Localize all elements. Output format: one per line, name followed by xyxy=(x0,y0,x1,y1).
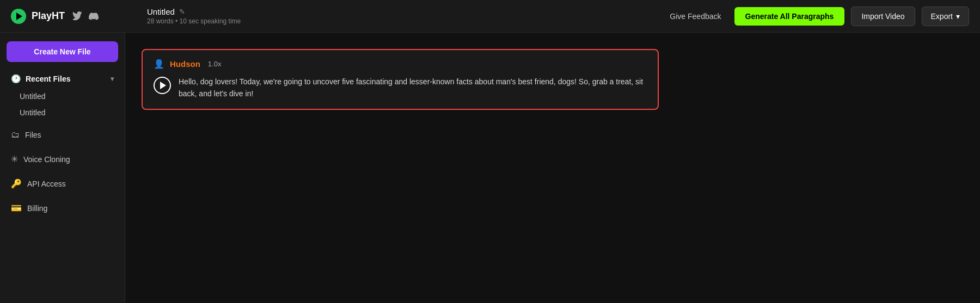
topnav-actions: Give Feedback Generate All Paragraphs Im… xyxy=(663,7,969,26)
clock-icon: 🕐 xyxy=(11,74,21,84)
billing-label: Billing xyxy=(27,204,47,213)
edit-icon[interactable]: ✎ xyxy=(179,8,185,16)
main-layout: Create New File 🕐 Recent Files ▾ Untitle… xyxy=(0,33,980,303)
create-new-file-button[interactable]: Create New File xyxy=(7,41,118,62)
paragraph-card: 👤 Hudson 1.0x Hello, dog lovers! Today, … xyxy=(142,49,659,110)
recent-file-item-2[interactable]: Untitled xyxy=(13,104,118,121)
generate-all-paragraphs-button[interactable]: Generate All Paragraphs xyxy=(734,7,845,26)
folder-icon: 🗂 xyxy=(11,130,20,140)
discord-icon[interactable] xyxy=(89,11,99,21)
recent-file-item-1[interactable]: Untitled xyxy=(13,88,118,104)
give-feedback-button[interactable]: Give Feedback xyxy=(663,8,727,25)
sidebar: Create New File 🕐 Recent Files ▾ Untitle… xyxy=(0,33,125,303)
chevron-down-icon: ▾ xyxy=(956,12,960,21)
paragraph-text: Hello, dog lovers! Today, we're going to… xyxy=(179,76,647,100)
files-label: Files xyxy=(25,131,41,139)
voice-user-icon: 👤 xyxy=(154,59,164,69)
import-video-button[interactable]: Import Video xyxy=(851,7,915,26)
file-title: Untitled xyxy=(147,7,175,16)
playht-logo-icon xyxy=(11,9,26,24)
recent-files-section: 🕐 Recent Files ▾ Untitled Untitled xyxy=(7,70,118,121)
file-info: Untitled ✎ 28 words • 10 sec speaking ti… xyxy=(136,7,663,25)
file-meta: 28 words • 10 sec speaking time xyxy=(147,17,663,25)
sidebar-item-api-access[interactable]: 🔑 API Access xyxy=(7,174,118,194)
speed-badge: 1.0x xyxy=(208,60,222,68)
logo-text: PlayHT xyxy=(32,10,65,22)
recent-files-label: Recent Files xyxy=(26,75,70,83)
logo-area: PlayHT xyxy=(11,9,136,24)
sidebar-item-voice-cloning[interactable]: ✳ Voice Cloning xyxy=(7,149,118,169)
voice-cloning-label: Voice Cloning xyxy=(23,155,70,164)
key-icon: 🔑 xyxy=(11,178,22,189)
billing-icon: 💳 xyxy=(11,203,22,213)
voice-name[interactable]: Hudson xyxy=(170,59,200,69)
voice-cloning-icon: ✳ xyxy=(11,154,18,164)
play-triangle-icon xyxy=(160,82,166,89)
content-area: 👤 Hudson 1.0x Hello, dog lovers! Today, … xyxy=(125,33,980,303)
api-access-label: API Access xyxy=(27,180,66,188)
chevron-down-icon: ▾ xyxy=(111,75,114,83)
social-icons xyxy=(72,11,99,21)
twitter-icon[interactable] xyxy=(72,11,82,21)
card-body: Hello, dog lovers! Today, we're going to… xyxy=(154,76,647,100)
sidebar-item-files[interactable]: 🗂 Files xyxy=(7,125,118,145)
export-label: Export xyxy=(931,12,953,21)
card-header: 👤 Hudson 1.0x xyxy=(154,59,647,69)
recent-files-header[interactable]: 🕐 Recent Files ▾ xyxy=(7,70,118,88)
file-title-row: Untitled ✎ xyxy=(147,7,663,16)
play-button[interactable] xyxy=(154,77,171,94)
sidebar-item-billing[interactable]: 💳 Billing xyxy=(7,198,118,218)
top-navigation: PlayHT Untitled ✎ 28 words • 10 sec spea… xyxy=(0,0,980,33)
export-button[interactable]: Export ▾ xyxy=(922,7,969,26)
recent-files-list: Untitled Untitled xyxy=(7,88,118,121)
play-triangle-icon xyxy=(16,13,22,20)
